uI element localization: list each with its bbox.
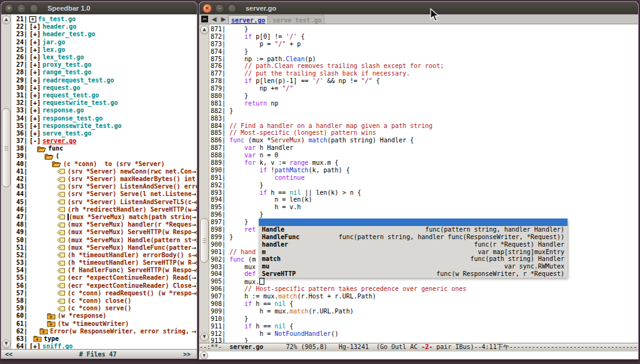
tag-icon[interactable] [57,169,66,174]
code-line[interactable]: 878| if p[len(p)-1] == '/' && np != "/" … [209,77,638,85]
speedbar-row[interactable]: 51|(mux *ServeMux) HandleFunc(pattern st… [11,244,197,252]
folder-plus-icon[interactable]: + [33,335,42,342]
tabbar-minus-button[interactable]: − [201,16,208,22]
speedbar-row[interactable]: 35|[+]responsewrite_test.go [11,122,197,130]
speedbar-row[interactable]: 39|( [11,152,197,160]
expand-plus-icon[interactable]: [+] [29,122,41,130]
folder-plus-icon[interactable]: + [47,320,56,327]
code-line[interactable]: 879| np += "/" [209,85,638,92]
file-plus-icon[interactable]: + [29,16,36,22]
close-icon[interactable] [202,4,212,13]
code-line[interactable]: 894| n = len(k) [209,196,638,204]
expand-plus-icon[interactable]: [+] [29,115,41,122]
speedbar-row[interactable]: 52|(h *timeoutHandler) errorBody() strin… [11,252,197,259]
tag-icon[interactable] [57,252,66,258]
speedbar-row[interactable]: 41|(srv *Server) newConn(rwc net.Conn) (… [11,168,197,175]
speedbar-row[interactable]: 40|(c *conn) to (srv *Server) [11,160,197,168]
editor-scrollbar[interactable]: ▲ ▼ [199,24,209,343]
scroll-up-icon[interactable]: ▲ [200,26,209,34]
code-line[interactable]: 880| } [209,92,638,100]
collapse-minus-icon[interactable]: [-] [29,137,41,145]
speedbar-row[interactable]: 33|[+]response.go [11,107,197,114]
completion-item[interactable]: muvar sync.RWMutex [259,263,568,270]
tag-icon[interactable] [57,275,66,281]
code-line[interactable]: 875| np := path.Clean(p) [209,56,638,63]
tag-icon[interactable] [57,230,66,235]
speedbar-row[interactable]: 50|(mux *ServeMux) Handle(pattern string… [11,236,197,243]
speedbar-prev-button[interactable]: << [5,350,12,358]
speedbar-row[interactable]: 62|+Error(w ResponseWriter, error string… [11,328,197,335]
completion-item[interactable]: matchfunc(path string) Handler [259,255,568,263]
speedbar-row[interactable]: 36|[+]serve_test.go [11,130,197,137]
speedbar-row[interactable]: 56|(ecr *expectContinueReader) Close() e… [11,282,197,290]
expand-plus-icon[interactable]: [+] [29,46,41,54]
speedbar-row[interactable]: 37|[-]server.go [11,137,197,145]
speedbar-row[interactable]: 29|[+]readrequest_test.go [11,77,197,84]
completion-item[interactable]: HandleFuncfunc(pattern string, handler f… [259,234,568,241]
code-line[interactable]: 906| // Host-specific pattern takes prec… [209,285,638,293]
code-line[interactable]: 895| h = v.h [209,204,638,211]
scroll-down-icon[interactable]: ▼ [200,333,209,342]
speedbar-row[interactable]: 27|[+]proxy_test.go [11,61,197,69]
completion-item[interactable]: ServeHTTPfunc(w ResponseWriter, r *Reque… [259,270,568,278]
speedbar-row[interactable]: 26|[+]lex_test.go [11,54,197,61]
code-line[interactable]: 884|// Find a handler on a handler map g… [209,122,638,130]
speedbar-row[interactable]: 25|[+]lex.go [11,46,197,54]
scroll-down-icon[interactable]: ▼ [200,352,208,360]
completion-popup[interactable]: Handlefunc(pattern string, handler Handl… [259,219,568,278]
maximize-icon[interactable] [29,4,39,13]
code-line[interactable]: 907| h := mux.match(r.Host + r.URL.Path) [209,293,638,300]
code-line[interactable]: 890| if !pathMatch(k, path) { [209,167,638,174]
completion-item[interactable] [259,219,568,226]
speedbar-row[interactable]: 59|(c *conn) serve() [11,305,197,312]
code-line[interactable]: 893| if h == nil || len(k) > n { [209,189,638,197]
code-line[interactable]: 889| for k, v := range mux.m { [209,159,638,167]
completion-item[interactable]: Handlefunc(pattern string, handler Handl… [259,226,568,234]
tag-icon[interactable] [57,199,66,205]
speedbar-row[interactable]: 55|(ecr *expectContinueReader) Read(p []… [11,274,197,282]
code-line[interactable]: 891| continue [209,174,638,182]
speedbar-modeline[interactable]: << # Files 47 >> [1,349,197,358]
code-buffer[interactable]: 871| }872| if p[0] != '/' {873| p = "/" … [209,24,638,343]
tag-icon[interactable] [57,237,66,243]
speedbar-row[interactable]: 61|+(tw *timeoutWriter) [11,320,197,328]
editor-modeline[interactable]: --:**- server.go 72% (905,8) Hg-13241 (G… [199,343,638,352]
speedbar-file-list[interactable]: 21|+fs_test.go22|[+]header.go23|[+]heade… [11,14,197,350]
speedbar-row[interactable]: 60|+(w *response) [11,312,197,320]
code-line[interactable]: 911| if h == nil { [209,323,638,330]
speedbar-row[interactable]: 31|[+]request_test.go [11,92,197,99]
maximize-icon[interactable] [228,4,237,13]
code-line[interactable]: 877| // put the trailing slash back if n… [209,70,638,77]
code-line[interactable]: 882|} [209,107,638,115]
tag-icon[interactable] [57,245,66,250]
speedbar-row[interactable]: 42|(srv *Server) maxHeaderBytes() int [11,175,197,183]
expand-plus-icon[interactable]: [+] [29,84,41,92]
speedbar-row[interactable]: 58|(c *conn) close() [11,297,197,305]
tag-icon[interactable] [57,184,66,190]
code-line[interactable]: 905| mux. [209,278,638,285]
code-line[interactable]: 881| return np [209,100,638,107]
tab-scroll-left-icon[interactable] [210,15,218,23]
code-line[interactable]: 908| if h == nil { [209,300,638,308]
expand-plus-icon[interactable]: [+] [29,54,41,61]
folder-open-icon[interactable] [52,160,61,167]
speedbar-row[interactable]: 22|[+]header.go [11,23,197,31]
minibuffer[interactable]: ▼ [199,351,638,359]
code-line[interactable]: 871| } [209,26,638,33]
speedbar-row[interactable]: 23|[+]header_test.go [11,31,197,38]
completion-item[interactable]: handlerfunc(r *Request) Handler [259,241,568,248]
speedbar-row[interactable]: 48|(mux *ServeMux) handler(r *Request) H… [11,221,197,229]
code-line[interactable]: 873| p = "/" + p [209,41,638,48]
tab-server-go[interactable]: server.go [228,15,268,24]
close-icon[interactable] [4,4,14,13]
code-line[interactable]: 910| } [209,315,638,323]
speedbar-row[interactable]: 45|(srv *Server) ListenAndServeTLS(certF… [11,199,197,206]
speedbar-scrollbar[interactable]: ▲ ▼ [1,14,11,350]
speedbar-row[interactable]: 63|+type [11,335,197,343]
speedbar-row[interactable]: 47|(mux *ServeMux) match(path string) Ha… [11,214,197,221]
speedbar-titlebar[interactable]: Speedbar 1.0 [1,2,197,15]
scrollbar-thumb[interactable] [200,218,209,263]
code-line[interactable]: 872| if p[0] != '/' { [209,33,638,41]
expand-plus-icon[interactable]: [+] [29,130,41,137]
tag-icon[interactable] [57,306,66,312]
